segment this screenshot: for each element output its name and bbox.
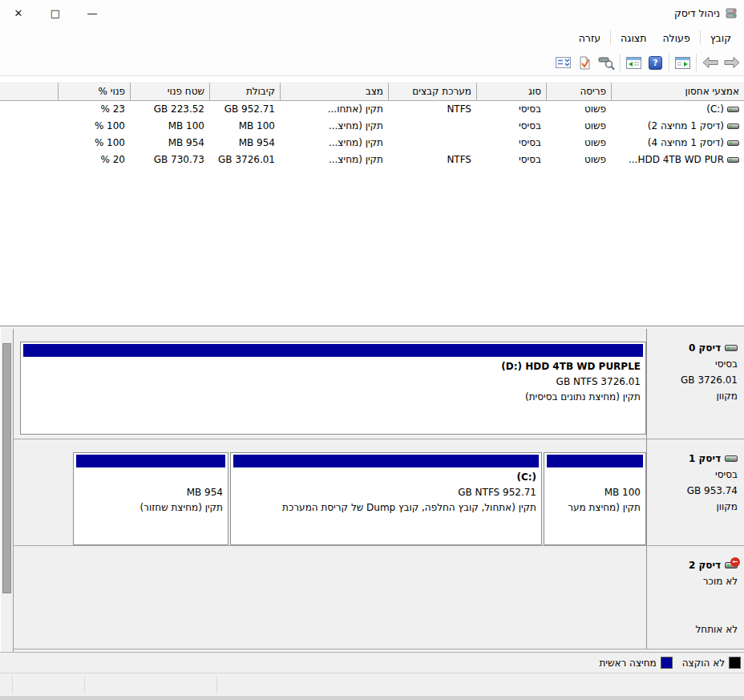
toolbar-separator — [620, 54, 621, 71]
disk-drive-icon — [725, 345, 738, 351]
volume-table-rows: (C:)פשוטבסיסיNTFSתקין (אתחו...GB 952.71G… — [0, 101, 744, 168]
partition-box[interactable]: (D:) HDD 4TB WD PURPLEGB NTFS 3726.01תקי… — [20, 342, 646, 435]
toolbar-action-pane-button[interactable] — [672, 52, 693, 74]
toolbar-separator — [669, 54, 669, 71]
menu-bar: קובץ פעולה תצוגה עזרה — [0, 26, 744, 50]
disk-name: דיסק 2 — [689, 560, 721, 571]
partition-color-bar — [547, 455, 643, 467]
volume-row[interactable]: (דיסק 1 מחיצה 4)פשוטבסיסיתקין (מחיצ...MB… — [0, 135, 744, 152]
cell-layout: פשוט — [546, 135, 611, 152]
back-arrow-icon — [702, 56, 719, 69]
cell-fs — [388, 118, 476, 135]
app-icon — [725, 6, 738, 19]
column-header-fs[interactable]: מערכת קבצים — [388, 83, 476, 101]
column-header-free_pct[interactable]: % פנוי — [58, 83, 130, 101]
cell-free_pct: % 20 — [58, 152, 130, 168]
toolbar: ? — [0, 50, 744, 76]
volume-drive-icon — [727, 123, 739, 129]
cell-type: בסיסי — [476, 152, 546, 168]
disk-info-panel[interactable]: דיסק 1בסיסיGB 953.74מקוון — [646, 439, 744, 545]
cell-layout: פשוט — [546, 118, 611, 135]
rescan-disks-icon — [598, 56, 615, 70]
disk-name-row: דיסק 0 — [650, 340, 738, 356]
volume-row[interactable]: (C:)פשוטבסיסיNTFSתקין (אתחו...GB 952.71G… — [0, 101, 744, 118]
maximize-button[interactable]: □ — [37, 0, 74, 26]
column-header-layout[interactable]: פריסה — [546, 83, 611, 101]
status-divider — [216, 676, 217, 693]
volume-drive-icon — [727, 140, 739, 146]
partition-box[interactable]: MB 954תקין (מחיצת שחזור) — [73, 452, 228, 545]
column-header-capacity[interactable]: קיבולת — [209, 83, 280, 101]
cell-free: GB 730.73 — [130, 152, 209, 168]
status-divider — [84, 676, 85, 693]
partition-box[interactable]: MB 100תקין (מחיצת מער — [544, 452, 646, 545]
column-header-status[interactable]: מצב — [280, 83, 388, 101]
page-title: ניהול דיסק — [674, 7, 720, 19]
window-controls: — □ ✕ — [0, 0, 111, 26]
cell-layout: פשוט — [546, 101, 611, 118]
menu-help[interactable]: עזרה — [571, 29, 609, 47]
menu-view[interactable]: תצוגה — [613, 29, 654, 47]
status-divider — [12, 676, 13, 693]
volume-row[interactable]: (דיסק 1 מחיצה 2)פשוטבסיסיתקין (מחיצ...MB… — [0, 118, 744, 135]
graphical-view-pane: דיסק 0בסיסיGB 3726.01מקוון(D:) HDD 4TB W… — [0, 329, 744, 652]
disk-row-0: דיסק 0בסיסיGB 3726.01מקוון(D:) HDD 4TB W… — [14, 329, 744, 439]
toolbar-console-tree-button[interactable] — [623, 52, 645, 74]
cell-type: בסיסי — [476, 135, 546, 152]
disk-name: דיסק 1 — [689, 453, 721, 464]
partition-name — [76, 470, 225, 485]
cell-free_pct: % 100 — [58, 118, 130, 135]
menu-file[interactable]: קובץ — [702, 29, 739, 47]
column-header-free[interactable]: שטח פנוי — [130, 83, 209, 101]
help-icon: ? — [649, 56, 662, 70]
partition-box[interactable]: (C:)GB NTFS 952.71תקין (אתחול, קובץ החלפ… — [230, 452, 542, 545]
menu-action[interactable]: פעולה — [654, 29, 698, 47]
column-header-type[interactable]: סוג — [476, 83, 546, 101]
unknown-disk-icon: ← — [725, 562, 738, 568]
partition-name: (D:) HDD 4TB WD PURPLE — [23, 359, 643, 374]
legend-bar: לא הוקצהמחיצה ראשית — [0, 652, 744, 673]
toolbar-rescan-button[interactable] — [596, 52, 617, 74]
legend-swatch — [729, 657, 741, 669]
volume-drive-icon — [727, 107, 739, 112]
error-badge-icon: ← — [730, 557, 740, 567]
disk-management-window: ניהול דיסק — □ ✕ קובץ פעולה תצוגה עזרה — [0, 0, 744, 700]
toolbar-check-button[interactable] — [574, 52, 596, 74]
legend-label: מחיצה ראשית — [599, 658, 656, 669]
column-header-volume[interactable]: אמצעי אחסון — [611, 83, 744, 101]
toolbar-properties-button[interactable] — [552, 52, 574, 74]
status-bar — [0, 673, 744, 700]
disk-status: מקוון — [650, 499, 738, 515]
partition-name — [547, 470, 643, 485]
cell-free_pct: % 23 — [58, 101, 130, 118]
cell-capacity: GB 952.71 — [209, 101, 280, 118]
toolbar-back-button[interactable] — [699, 52, 721, 74]
vertical-scrollbar[interactable] — [0, 329, 14, 652]
cell-volume: (דיסק 1 מחיצה 2) — [611, 118, 744, 135]
toolbar-forward-button[interactable] — [721, 52, 742, 74]
disk-info-panel[interactable]: ←דיסק 2לא מוכרלא אותחל — [646, 546, 744, 649]
disk-type: לא מוכר — [650, 573, 738, 589]
scrollbar-thumb[interactable] — [2, 343, 11, 593]
toolbar-help-button[interactable]: ? — [645, 52, 666, 74]
disk-name-row: דיסק 1 — [650, 451, 738, 467]
legend-swatch — [661, 657, 673, 669]
disk-size: GB 953.74 — [650, 483, 738, 499]
disk-graphic-area — [14, 546, 646, 649]
cell-capacity: MB 954 — [209, 135, 280, 152]
partition-color-bar — [23, 344, 643, 357]
partition-name: (C:) — [233, 470, 539, 485]
partition-size: MB 100 — [547, 485, 643, 500]
cell-free_pct: % 100 — [58, 135, 130, 152]
close-button[interactable]: ✕ — [0, 0, 37, 26]
volume-row[interactable]: ...HDD 4TB WD PURפשוטבסיסיNTFSתקין (מחיצ… — [0, 152, 744, 168]
cell-status: תקין (מחיצ... — [280, 118, 388, 135]
volume-table-header: אמצעי אחסוןפריסהסוגמערכת קבציםמצבקיבולתש… — [0, 83, 744, 101]
partition-size: MB 954 — [76, 485, 225, 500]
partition-health: תקין (אתחול, קובץ החלפה, קובץ Dump של קר… — [233, 500, 539, 516]
minimize-button[interactable]: — — [74, 0, 111, 26]
cell-fs — [388, 135, 476, 152]
cell-volume: (דיסק 1 מחיצה 4) — [611, 135, 744, 152]
cell-capacity: MB 100 — [209, 118, 280, 135]
disk-info-panel[interactable]: דיסק 0בסיסיGB 3726.01מקוון — [646, 329, 744, 439]
